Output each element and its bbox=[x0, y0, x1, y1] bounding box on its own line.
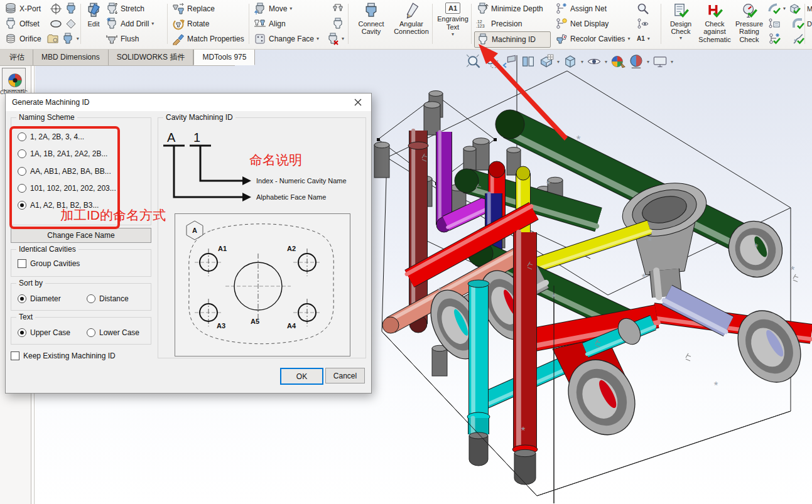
tab-mbd-dimensions[interactable]: MBD Dimensions bbox=[33, 49, 109, 65]
design-check-button[interactable]: Design Check ▾ bbox=[664, 1, 697, 49]
check-against-schematic-button[interactable]: Check against Schematic bbox=[697, 1, 732, 49]
connect-cavity-button[interactable]: Connect Cavity bbox=[352, 1, 391, 49]
rotate-button[interactable]: Rotate bbox=[170, 16, 247, 31]
machining-id-icon bbox=[477, 33, 489, 46]
delete-cavity-icon[interactable] bbox=[327, 33, 339, 45]
dropdown-icon[interactable]: ▾ bbox=[452, 32, 454, 37]
edit-appearance-icon[interactable] bbox=[610, 54, 625, 69]
dropdown-icon[interactable]: ▾ bbox=[647, 59, 649, 65]
dropdown-icon[interactable]: ▾ bbox=[342, 36, 344, 41]
assign-net-button[interactable]: Assign Net bbox=[553, 1, 632, 16]
radio-101-102[interactable]: 101, 102, 201, 202, 203... bbox=[18, 183, 116, 193]
tab-mdtools-975[interactable]: MDTools 975 bbox=[193, 49, 255, 65]
close-button[interactable] bbox=[345, 94, 371, 111]
tab-solidworks-addins[interactable]: SOLIDWORKS 插件 bbox=[109, 49, 194, 65]
net-display-button[interactable]: Net Display bbox=[553, 16, 632, 31]
radio-icon bbox=[18, 294, 26, 303]
xport-button[interactable]: X-Port bbox=[3, 1, 79, 16]
net-visibility-button[interactable] bbox=[635, 16, 660, 31]
sort-distance-radio[interactable]: Distance bbox=[87, 294, 129, 303]
id-display-button[interactable]: A1 ▾ bbox=[635, 31, 660, 46]
group-cavities-checkbox[interactable]: Group Cavities bbox=[18, 259, 80, 268]
radio-aa-ab1[interactable]: AA, AB1, AB2, BA, BB... bbox=[18, 166, 111, 176]
replace-icon bbox=[172, 3, 185, 15]
dropdown-icon[interactable]: ▾ bbox=[671, 59, 673, 65]
angular-connection-button[interactable]: Angular Connection bbox=[391, 1, 432, 49]
upper-case-radio[interactable]: Upper Case bbox=[18, 328, 70, 337]
dropdown-icon[interactable]: ▾ bbox=[581, 59, 583, 65]
dialog-titlebar[interactable]: Generate Machining ID bbox=[6, 94, 371, 111]
ok-button[interactable]: OK bbox=[280, 368, 323, 385]
stretch-button[interactable]: Stretch bbox=[104, 1, 156, 16]
dropdown-icon[interactable]: ▾ bbox=[557, 59, 560, 65]
align-button[interactable]: Align bbox=[252, 16, 346, 31]
dropdown-icon[interactable]: ▾ bbox=[290, 6, 292, 11]
change-face-name-button[interactable]: Change Face Name bbox=[11, 228, 151, 243]
hide-show-items-icon[interactable] bbox=[587, 54, 602, 69]
volume-check-icon[interactable] bbox=[788, 3, 801, 15]
edit-button[interactable]: Edit bbox=[84, 1, 104, 49]
replace-button[interactable]: Replace bbox=[170, 1, 247, 16]
add-drill-button[interactable]: Add Drill ▾ bbox=[104, 16, 156, 31]
section-view-icon[interactable] bbox=[521, 54, 536, 69]
bend-check-icon[interactable] bbox=[792, 18, 804, 30]
flush-button[interactable]: Flush bbox=[104, 31, 156, 46]
wire-check-icon[interactable] bbox=[792, 33, 804, 45]
truncated-ribbon-button[interactable]: M D bbox=[807, 1, 812, 31]
pair-cavities-icon[interactable] bbox=[332, 3, 344, 15]
net-check-icon[interactable] bbox=[768, 33, 781, 45]
chamfer-icon[interactable] bbox=[65, 18, 77, 30]
sort-diameter-radio[interactable]: Diameter bbox=[18, 294, 61, 303]
orifice-button[interactable]: Orifice ▾ bbox=[3, 31, 79, 46]
change-face-button[interactable]: Change Face ▾ ▾ bbox=[252, 31, 346, 46]
zoom-to-area-icon[interactable] bbox=[484, 54, 499, 69]
dropdown-icon[interactable]: ▾ bbox=[679, 36, 682, 41]
offset-button[interactable]: Offset bbox=[3, 16, 79, 31]
machining-id-button[interactable]: Machining ID bbox=[474, 31, 551, 48]
cavity-check-icon[interactable] bbox=[768, 3, 781, 15]
cavity-icon[interactable] bbox=[65, 3, 77, 15]
locate-cavity-icon[interactable] bbox=[50, 3, 62, 15]
match-properties-button[interactable]: Match Properties bbox=[170, 31, 247, 46]
radio-1-2a-2b[interactable]: 1, 2A, 2B, 3, 4... bbox=[18, 132, 84, 141]
dropdown-icon[interactable]: ▾ bbox=[605, 59, 607, 65]
oval-cavity-icon[interactable] bbox=[50, 18, 62, 30]
dropdown-icon[interactable]: ▾ bbox=[647, 36, 650, 41]
ghost-cavity-icon[interactable] bbox=[332, 18, 344, 30]
zoom-cavity-button[interactable] bbox=[635, 1, 660, 16]
radio-a1-a2-b1[interactable]: A1, A2, B1, B2, B3... bbox=[18, 200, 99, 210]
net-eye-icon bbox=[637, 18, 649, 30]
precision-button[interactable]: .12 .123 Precision bbox=[474, 16, 551, 31]
recolor-cavities-button[interactable]: Recolor Cavities ▾ bbox=[553, 31, 632, 46]
dropdown-icon[interactable]: ▾ bbox=[77, 36, 79, 41]
net-list-icon[interactable] bbox=[768, 18, 781, 30]
tab-evaluate[interactable]: 评估 bbox=[1, 49, 33, 65]
dropdown-icon[interactable]: ▾ bbox=[317, 36, 319, 41]
dropdown-icon[interactable]: ▾ bbox=[627, 36, 630, 41]
previous-view-icon[interactable] bbox=[502, 54, 517, 69]
ribbon-group-check: Design Check ▾ Check against Schematic P… bbox=[664, 1, 806, 49]
svg-text:1: 1 bbox=[193, 131, 200, 144]
minimize-depth-button[interactable]: Minimize Depth bbox=[474, 1, 551, 16]
lower-case-radio[interactable]: Lower Case bbox=[87, 328, 139, 337]
library-cavity-icon[interactable] bbox=[46, 33, 59, 45]
insert-cavity-icon[interactable] bbox=[62, 33, 74, 45]
engraving-text-button[interactable]: A1 Engraving Text ▾ bbox=[435, 1, 470, 49]
radio-1a-1b-2a1[interactable]: 1A, 1B, 2A1, 2A2, 2B... bbox=[18, 149, 107, 158]
dropdown-icon[interactable]: ▾ bbox=[151, 21, 154, 26]
dropdown-icon[interactable]: ▾ bbox=[783, 6, 786, 11]
edit-icon bbox=[85, 3, 102, 19]
sort-by-group: Sort by Diameter Distance bbox=[11, 283, 151, 311]
move-button[interactable]: Move ▾ bbox=[252, 1, 346, 16]
view-settings-icon[interactable] bbox=[652, 54, 668, 69]
angular-connection-icon bbox=[403, 3, 420, 19]
view-orientation-icon[interactable] bbox=[539, 54, 554, 69]
display-style-icon[interactable] bbox=[563, 54, 578, 69]
ribbon-group-engrave: A1 Engraving Text ▾ bbox=[435, 1, 470, 49]
svg-text:Alphabetic Face Name: Alphabetic Face Name bbox=[256, 193, 326, 201]
keep-existing-id-checkbox[interactable]: Keep Existing Machining ID bbox=[11, 351, 116, 360]
pressure-rating-check-button[interactable]: Pressure Rating Check bbox=[732, 1, 766, 49]
apply-scene-icon[interactable] bbox=[629, 54, 644, 69]
cancel-button[interactable]: Cancel bbox=[325, 368, 365, 383]
zoom-to-fit-icon[interactable] bbox=[466, 54, 481, 69]
